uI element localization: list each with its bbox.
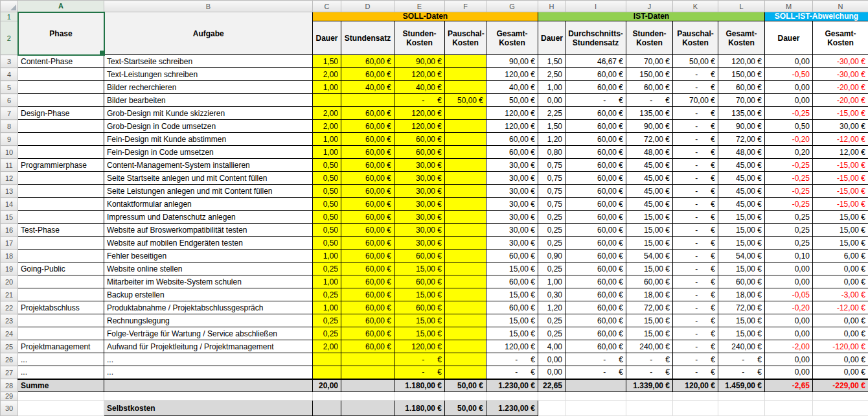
cell-J4[interactable]: 150,00 € xyxy=(626,68,673,81)
cell-J13[interactable]: 45,00 € xyxy=(626,185,673,198)
cell-F24[interactable] xyxy=(445,327,486,340)
cell-L27[interactable]: - € xyxy=(718,366,765,379)
cell-H4[interactable]: 2,50 xyxy=(538,68,565,81)
cell-I4[interactable]: 60,00 € xyxy=(565,68,626,81)
select-all-corner[interactable] xyxy=(1,1,18,12)
cell-J24[interactable]: 15,00 € xyxy=(626,327,673,340)
cell-L12[interactable]: 45,00 € xyxy=(718,172,765,185)
phase-header-cell[interactable]: Phase xyxy=(18,12,104,55)
cell-L21[interactable]: 18,00 € xyxy=(718,288,765,301)
cell-L17[interactable]: 15,00 € xyxy=(718,237,765,250)
cell-F26[interactable] xyxy=(445,353,486,366)
cell-H21[interactable]: 0,30 xyxy=(538,288,565,301)
cell-D9[interactable]: 60,00 € xyxy=(341,133,394,146)
cell-F28[interactable]: 50,00 € xyxy=(445,379,486,392)
cell-K27[interactable]: - € xyxy=(673,366,718,379)
cell-A18[interactable] xyxy=(18,250,104,262)
cell-K29[interactable] xyxy=(673,392,718,401)
cell-H15[interactable]: 0,25 xyxy=(538,211,565,224)
cell-L15[interactable]: 15,00 € xyxy=(718,211,765,224)
cell-J3[interactable]: 70,00 € xyxy=(626,55,673,68)
header-soll-dauer[interactable]: Dauer xyxy=(313,21,341,55)
col-header-K[interactable]: K xyxy=(673,1,718,12)
cell-B26[interactable]: ... xyxy=(104,353,313,366)
cell-C30[interactable] xyxy=(313,401,341,416)
cell-N25[interactable]: -120,00 € xyxy=(813,340,868,353)
cell-N7[interactable]: -15,00 € xyxy=(813,107,868,120)
cell-L3[interactable]: 120,00 € xyxy=(718,55,765,68)
cell-H6[interactable]: 0,00 xyxy=(538,94,565,107)
cell-I28[interactable] xyxy=(565,379,626,392)
cell-B5[interactable]: Bilder recherchieren xyxy=(104,81,313,94)
cell-I20[interactable]: 60,00 € xyxy=(565,275,626,288)
cell-I9[interactable]: 60,00 € xyxy=(565,133,626,146)
cell-B23[interactable]: Rechnungslegung xyxy=(104,314,313,327)
cell-F13[interactable] xyxy=(445,185,486,198)
cell-J17[interactable]: 15,00 € xyxy=(626,237,673,250)
cell-E13[interactable]: 30,00 € xyxy=(394,185,445,198)
cell-D4[interactable]: 60,00 € xyxy=(341,68,394,81)
row-header-18[interactable]: 18 xyxy=(1,250,18,262)
cell-M7[interactable]: -0,25 xyxy=(765,107,813,120)
cell-L4[interactable]: 150,00 € xyxy=(718,68,765,81)
cell-D26[interactable] xyxy=(341,353,394,366)
cell-J28[interactable]: 1.339,00 € xyxy=(626,379,673,392)
cell-M5[interactable]: 0,00 xyxy=(765,81,813,94)
cell-I22[interactable]: 60,00 € xyxy=(565,301,626,314)
cell-L24[interactable]: 15,00 € xyxy=(718,327,765,340)
col-header-B[interactable]: B xyxy=(104,1,313,12)
cell-I14[interactable]: 60,00 € xyxy=(565,198,626,211)
row-header-3[interactable]: 3 xyxy=(1,55,18,68)
cell-N21[interactable]: -3,00 € xyxy=(813,288,868,301)
cell-F23[interactable] xyxy=(445,314,486,327)
cell-E7[interactable]: 120,00 € xyxy=(394,107,445,120)
cell-I6[interactable]: - € xyxy=(565,94,626,107)
cell-G28[interactable]: 1.230,00 € xyxy=(486,379,538,392)
col-header-J[interactable]: J xyxy=(626,1,673,12)
cell-K11[interactable]: - € xyxy=(673,159,718,172)
cell-G8[interactable]: 120,00 € xyxy=(486,120,538,133)
cell-L29[interactable] xyxy=(718,392,765,401)
cell-A27[interactable]: ... xyxy=(18,366,104,379)
cell-F17[interactable] xyxy=(445,237,486,250)
cell-A14[interactable] xyxy=(18,198,104,211)
row-header-4[interactable]: 4 xyxy=(1,68,18,81)
cell-L11[interactable]: 45,00 € xyxy=(718,159,765,172)
row-header-24[interactable]: 24 xyxy=(1,327,18,340)
cell-L9[interactable]: 72,00 € xyxy=(718,133,765,146)
cell-E8[interactable]: 120,00 € xyxy=(394,120,445,133)
cell-I11[interactable]: 60,00 € xyxy=(565,159,626,172)
cell-E19[interactable]: 15,00 € xyxy=(394,262,445,275)
cell-F19[interactable] xyxy=(445,262,486,275)
cell-F8[interactable] xyxy=(445,120,486,133)
row-header-23[interactable]: 23 xyxy=(1,314,18,327)
cell-B7[interactable]: Grob-Design mit Kunde skizzieren xyxy=(104,107,313,120)
cell-N13[interactable]: -15,00 € xyxy=(813,185,868,198)
row-header-19[interactable]: 19 xyxy=(1,262,18,275)
cell-J25[interactable]: 240,00 € xyxy=(626,340,673,353)
cell-H12[interactable]: 0,75 xyxy=(538,172,565,185)
cell-E25[interactable]: 120,00 € xyxy=(394,340,445,353)
cell-D10[interactable]: 60,00 € xyxy=(341,146,394,159)
cell-N20[interactable]: 0,00 € xyxy=(813,275,868,288)
cell-N29[interactable] xyxy=(813,392,868,401)
cell-H23[interactable]: 0,25 xyxy=(538,314,565,327)
cell-G22[interactable]: 60,00 € xyxy=(486,301,538,314)
cell-B18[interactable]: Fehler beseitigen xyxy=(104,250,313,262)
cell-F21[interactable] xyxy=(445,288,486,301)
cell-K20[interactable]: - € xyxy=(673,275,718,288)
cell-E29[interactable] xyxy=(394,392,445,401)
cell-M26[interactable]: 0,00 xyxy=(765,353,813,366)
cell-D5[interactable]: 40,00 € xyxy=(341,81,394,94)
cell-K13[interactable]: - € xyxy=(673,185,718,198)
row-header-10[interactable]: 10 xyxy=(1,146,18,159)
cell-M23[interactable]: 0,00 xyxy=(765,314,813,327)
header-abw-dauer[interactable]: Dauer xyxy=(765,21,813,55)
cell-K5[interactable]: - € xyxy=(673,81,718,94)
cell-K6[interactable]: 70,00 € xyxy=(673,94,718,107)
cell-D14[interactable]: 60,00 € xyxy=(341,198,394,211)
cell-I10[interactable]: 60,00 € xyxy=(565,146,626,159)
cell-A21[interactable] xyxy=(18,288,104,301)
cell-J10[interactable]: 48,00 € xyxy=(626,146,673,159)
cell-J14[interactable]: 45,00 € xyxy=(626,198,673,211)
